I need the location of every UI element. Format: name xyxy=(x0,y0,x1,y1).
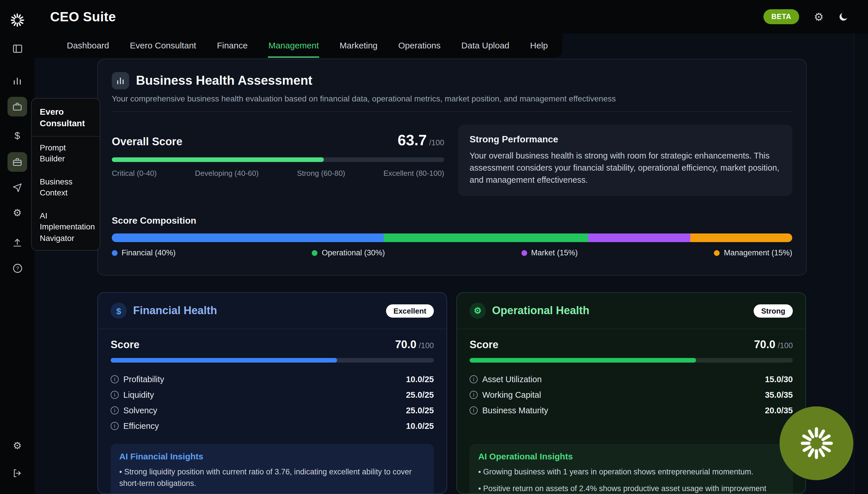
insights-title: AI Financial Insights xyxy=(119,451,425,461)
metric-row-working-capital: iWorking Capital 35.0/35 xyxy=(470,387,793,402)
flyout-item-prompt-builder[interactable]: Prompt Builder xyxy=(32,136,100,170)
segment-financial xyxy=(112,233,384,242)
metric-label: Asset Utilization xyxy=(482,374,541,384)
gear-icon[interactable]: ⚙ xyxy=(7,203,27,223)
upload-icon[interactable] xyxy=(7,233,27,252)
score-label: Score xyxy=(470,339,498,351)
info-icon[interactable]: i xyxy=(111,375,119,383)
business-health-assessment-card: Business Health Assessment Your comprehe… xyxy=(97,59,807,276)
panel-toggle-icon[interactable] xyxy=(7,39,27,58)
metric-label: Business Maturity xyxy=(482,405,548,415)
insight-bullet: • Positive return on assets of 2.4% show… xyxy=(478,483,784,494)
insights-title: AI Operational Insights xyxy=(478,451,784,461)
legend-label: Market (15%) xyxy=(531,248,578,257)
performance-summary-box: Strong Performance Your overall business… xyxy=(458,125,792,196)
flyout-item-business-context[interactable]: Business Context xyxy=(32,170,100,204)
financial-score-row: Score 70.0/100 xyxy=(111,338,434,351)
dark-mode-moon-icon[interactable] xyxy=(838,12,848,22)
tab-dashboard[interactable]: Dashboard xyxy=(66,34,110,58)
overall-progress-track xyxy=(112,157,444,162)
operational-status-badge: Strong xyxy=(754,304,793,317)
tab-management[interactable]: Management xyxy=(268,34,319,58)
overall-score-column: Overall Score 63.7/100 Critical (0-40) D… xyxy=(112,125,444,196)
overall-score-value: 63.7/100 xyxy=(398,131,444,149)
info-icon[interactable]: i xyxy=(111,422,119,430)
segment-market xyxy=(588,233,690,242)
score-composition-bar xyxy=(112,233,792,242)
score-max: /100 xyxy=(419,341,434,350)
score-composition-legend: Financial (40%) Operational (30%) Market… xyxy=(112,248,792,257)
sidebar: $ ⚙ ? ⚙ xyxy=(0,0,35,494)
metric-label: Working Capital xyxy=(482,390,541,399)
info-icon[interactable]: i xyxy=(470,391,478,399)
operational-health-card: ⚙ Operational Health Strong Score 70.0/1… xyxy=(456,292,806,494)
overall-score-max: /100 xyxy=(429,138,444,147)
beta-badge: BETA xyxy=(764,9,800,24)
scale-developing: Developing (40-60) xyxy=(195,169,259,177)
metric-value: 10.0/25 xyxy=(406,421,434,430)
info-icon[interactable]: i xyxy=(470,375,478,383)
assessment-header: Business Health Assessment xyxy=(112,72,792,89)
tab-data-upload[interactable]: Data Upload xyxy=(461,34,510,58)
dollar-icon[interactable]: $ xyxy=(7,126,27,146)
nav-tabs: Dashboard Evero Consultant Finance Manag… xyxy=(35,34,563,58)
flyout-item-ai-implementation-navigator[interactable]: AI Implementation Navigator xyxy=(32,205,100,250)
metric-label: Profitability xyxy=(123,374,164,384)
legend-dot-operational xyxy=(312,250,318,255)
tab-finance[interactable]: Finance xyxy=(216,34,248,58)
metric-row-solvency: iSolvency 25.0/25 xyxy=(111,402,434,418)
settings-gear-icon[interactable]: ⚙ xyxy=(814,11,824,22)
legend-operational: Operational (30%) xyxy=(312,248,385,257)
insight-bullet: • Strong liquidity position with current… xyxy=(119,466,425,489)
legend-label: Operational (30%) xyxy=(322,248,385,257)
insight-bullet: • Growing business with 1 years in opera… xyxy=(478,466,784,478)
settings-gear-icon[interactable]: ⚙ xyxy=(7,436,27,455)
scale-critical: Critical (0-40) xyxy=(112,169,157,177)
svg-text:?: ? xyxy=(16,265,19,271)
metric-label: Efficiency xyxy=(123,421,159,430)
operational-score-value: 70.0/100 xyxy=(754,338,793,351)
score-label: Score xyxy=(111,339,139,351)
legend-label: Financial (40%) xyxy=(122,248,176,257)
tab-marketing[interactable]: Marketing xyxy=(339,34,378,58)
bar-chart-icon[interactable] xyxy=(7,71,27,91)
metric-label: Liquidity xyxy=(123,390,154,399)
overall-score-row: Overall Score 63.7/100 Critical (0-40) D… xyxy=(112,125,792,196)
financial-progress-track xyxy=(111,358,434,363)
help-icon[interactable]: ? xyxy=(7,258,27,278)
legend-financial: Financial (40%) xyxy=(112,248,176,257)
metric-value: 10.0/25 xyxy=(406,374,434,384)
metric-row-efficiency: iEfficiency 10.0/25 xyxy=(111,418,434,434)
operational-metrics: iAsset Utilization 15.0/30 iWorking Capi… xyxy=(470,371,793,437)
tab-help[interactable]: Help xyxy=(530,34,549,58)
financial-metrics: iProfitability 10.0/25 iLiquidity 25.0/2… xyxy=(111,371,434,437)
metric-value: 25.0/25 xyxy=(406,390,434,399)
overall-score-label: Overall Score xyxy=(112,135,182,148)
info-icon[interactable]: i xyxy=(111,406,119,414)
operational-progress-track xyxy=(470,358,793,363)
score-max: /100 xyxy=(777,341,793,350)
briefcase-management-icon[interactable] xyxy=(7,152,27,172)
operational-card-header: ⚙ Operational Health Strong xyxy=(457,293,806,329)
briefcase-consultant-icon[interactable] xyxy=(7,97,27,116)
tab-evero-consultant[interactable]: Evero Consultant xyxy=(129,34,197,58)
paper-plane-icon[interactable] xyxy=(7,177,27,197)
scrollbar-track[interactable] xyxy=(854,34,868,494)
operational-score-row: Score 70.0/100 xyxy=(470,338,793,351)
metric-value: 25.0/25 xyxy=(406,405,434,415)
logout-icon[interactable] xyxy=(7,463,27,483)
overall-score-head: Overall Score 63.7/100 xyxy=(112,131,444,149)
tab-operations[interactable]: Operations xyxy=(398,34,441,58)
performance-title: Strong Performance xyxy=(470,134,781,145)
legend-market: Market (15%) xyxy=(521,248,578,257)
info-icon[interactable]: i xyxy=(111,391,119,399)
info-icon[interactable]: i xyxy=(470,406,478,414)
app-logo-icon[interactable] xyxy=(7,11,27,30)
gear-circle-icon: ⚙ xyxy=(470,303,486,319)
metric-row-business-maturity: iBusiness Maturity 20.0/35 xyxy=(470,402,793,418)
divider xyxy=(112,111,792,112)
header-actions: BETA ⚙ xyxy=(764,9,868,24)
flyout-title: Evero Consultant xyxy=(32,99,100,136)
evero-consultant-flyout: Evero Consultant Prompt Builder Business… xyxy=(31,98,100,250)
financial-card-body: Score 70.0/100 iProfitability 10.0/25 iL… xyxy=(98,329,447,494)
